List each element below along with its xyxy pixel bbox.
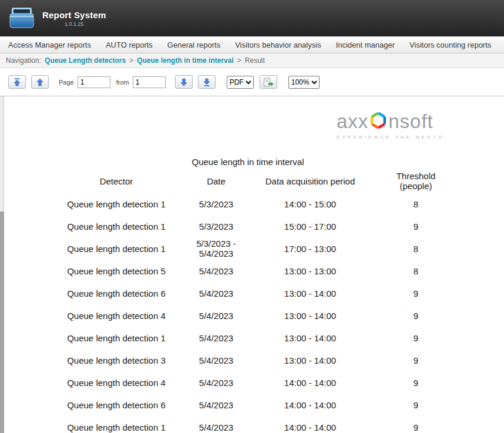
table-row: Queue length detection 1 5/3/2023 15:00 … [42, 215, 453, 237]
report-viewer: axx nsoft EXPERIENCE THE NEXT® Queue len… [0, 96, 504, 433]
table-row: Queue length detection 1 5/4/2023 13:00 … [42, 327, 453, 349]
page-label: Page [59, 79, 74, 86]
table-row: Queue length detection 1 5/3/2023 - 5/4/… [42, 237, 453, 260]
column-header-period: Data acquisition period [242, 176, 378, 186]
logo-tagline: EXPERIENCE THE NEXT® [337, 135, 445, 140]
table-row: Queue length detection 6 5/4/2023 13:00 … [42, 282, 453, 304]
cell-detector: Queue length detection 6 [42, 288, 190, 298]
cell-threshold: 9 [378, 378, 453, 388]
cell-date: 5/4/2023 [190, 400, 242, 410]
breadcrumb-current: Result [245, 56, 265, 65]
prev-page-button[interactable] [31, 75, 49, 89]
cell-detector: Queue length detection 1 [42, 333, 190, 343]
cell-threshold: 9 [378, 355, 453, 365]
cell-date: 5/3/2023 [190, 221, 242, 231]
menu-item-auto-reports[interactable]: AUTO reports [106, 41, 153, 49]
cell-threshold: 9 [378, 333, 453, 343]
report-page: axx nsoft EXPERIENCE THE NEXT® Queue len… [5, 96, 504, 433]
cell-period: 13:00 - 14:00 [242, 288, 378, 298]
cell-period: 15:00 - 17:00 [242, 221, 378, 231]
scrollbar-thumb[interactable] [0, 212, 4, 433]
breadcrumb-separator: > [237, 56, 241, 65]
table-row: Queue length detection 1 5/4/2023 14:00 … [42, 416, 453, 433]
cell-period: 14:00 - 14:00 [242, 378, 378, 388]
axxon-hexagon-icon [369, 112, 387, 132]
cell-threshold: 9 [378, 288, 453, 298]
cell-period: 13:00 - 14:00 [242, 311, 378, 321]
cell-detector: Queue length detection 5 [42, 266, 190, 276]
cell-detector: Queue length detection 1 [42, 199, 190, 209]
arrow-up-bar-icon [12, 78, 22, 87]
table-row: Queue length detection 3 5/4/2023 13:00 … [42, 349, 453, 371]
cell-detector: Queue length detection 4 [42, 311, 190, 321]
cell-date: 5/3/2023 - 5/4/2023 [190, 239, 242, 259]
export-report-icon [263, 78, 274, 87]
format-select[interactable]: PDF [227, 76, 254, 89]
breadcrumb-separator: > [129, 56, 133, 65]
breadcrumb-link-queue-length-in-time-interval[interactable]: Queue length in time interval [137, 56, 234, 65]
cell-threshold: 8 [378, 244, 453, 254]
cell-period: 17:00 - 13:00 [242, 244, 378, 254]
cell-threshold: 9 [378, 422, 453, 432]
app-title: Report System [42, 10, 106, 20]
next-page-button[interactable] [175, 75, 193, 89]
report-table: Detector Date Data acquisition period Th… [42, 169, 453, 433]
cell-period: 14:00 - 14:00 [242, 422, 378, 432]
cell-date: 5/4/2023 [190, 288, 242, 298]
breadcrumb-link-queue-length-detectors[interactable]: Queue Length detectors [45, 56, 126, 65]
cell-detector: Queue length detection 1 [42, 221, 190, 231]
column-header-threshold: Threshold (people) [378, 171, 453, 191]
report-title: Queue length in time interval [42, 157, 453, 167]
last-page-button[interactable] [198, 75, 216, 89]
cell-period: 13:00 - 14:00 [242, 355, 378, 365]
cell-period: 14:00 - 14:00 [242, 400, 378, 410]
zoom-select[interactable]: 100% [288, 76, 320, 89]
app-version: 1.0.1.25 [65, 21, 84, 27]
cell-date: 5/4/2023 [190, 311, 242, 321]
cell-detector: Queue length detection 1 [42, 244, 190, 254]
table-row: Queue length detection 6 5/4/2023 14:00 … [42, 394, 453, 416]
menu-item-access-manager-reports[interactable]: Access Manager reports [8, 41, 91, 49]
table-row: Queue length detection 1 5/3/2023 14:00 … [42, 193, 453, 215]
cell-detector: Queue length detection 4 [42, 378, 190, 388]
menu-item-general-reports[interactable]: General reports [167, 41, 220, 49]
arrow-down-bar-icon [202, 78, 211, 87]
cell-threshold: 8 [378, 266, 453, 276]
first-page-button[interactable] [8, 75, 26, 89]
vertical-scrollbar[interactable] [0, 96, 4, 433]
export-button[interactable] [260, 75, 277, 89]
menu-item-visitors-counting-reports[interactable]: Visitors counting reports [409, 41, 491, 49]
app-header: Report System 1.0.1.25 [0, 0, 504, 36]
cell-period: 13:00 - 13:00 [242, 266, 378, 276]
cell-date: 5/4/2023 [190, 378, 242, 388]
table-row: Queue length detection 4 5/4/2023 14:00 … [42, 371, 453, 394]
column-header-date: Date [190, 176, 242, 186]
cell-threshold: 9 [378, 221, 453, 231]
menu-item-incident-manager[interactable]: Incident manager [336, 41, 395, 49]
cell-detector: Queue length detection 3 [42, 355, 190, 365]
column-header-detector: Detector [42, 176, 190, 186]
cell-date: 5/3/2023 [190, 199, 242, 209]
table-header-row: Detector Date Data acquisition period Th… [42, 169, 453, 193]
menu-bar: Access Manager reports AUTO reports Gene… [0, 36, 504, 53]
total-pages-field [133, 76, 166, 88]
logo-text-right: nsoft [388, 112, 434, 131]
cell-date: 5/4/2023 [190, 355, 242, 365]
cell-date: 5/4/2023 [190, 333, 242, 343]
cell-threshold: 8 [378, 199, 453, 209]
menu-item-visitors-behavior-analysis[interactable]: Visitors behavior analysis [235, 41, 321, 49]
report-system-logo-icon [8, 6, 35, 30]
cell-date: 5/4/2023 [190, 266, 242, 276]
page-input[interactable] [78, 76, 110, 88]
breadcrumb: Navigation: Queue Length detectors > Que… [0, 53, 504, 68]
arrow-down-icon [179, 78, 189, 87]
table-row: Queue length detection 4 5/4/2023 13:00 … [42, 304, 453, 327]
cell-period: 14:00 - 15:00 [242, 199, 378, 209]
cell-detector: Queue length detection 1 [42, 422, 190, 432]
cell-detector: Queue length detection 6 [42, 400, 190, 410]
from-label: from [116, 79, 129, 86]
table-row: Queue length detection 5 5/4/2023 13:00 … [42, 260, 453, 282]
table-body: Queue length detection 1 5/3/2023 14:00 … [42, 193, 453, 433]
arrow-up-icon [35, 78, 45, 87]
report-toolbar: Page from PDF [0, 68, 504, 96]
